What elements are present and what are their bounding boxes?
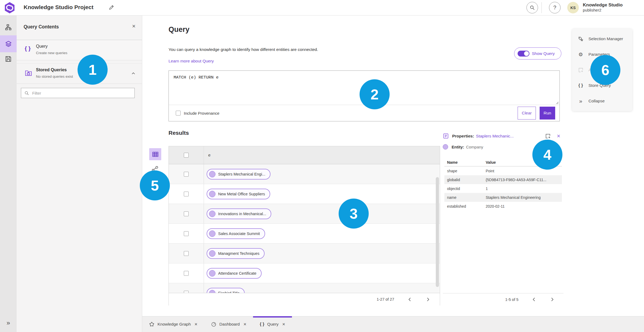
properties-header: Properties: Staplers Mechanic... ×: [443, 133, 564, 139]
close-tab-icon[interactable]: ×: [282, 322, 285, 327]
previous-page-icon[interactable]: [408, 297, 412, 302]
entity-chip[interactable]: Attendance Certificate: [207, 268, 262, 279]
close-contents-icon[interactable]: ×: [132, 23, 136, 29]
tab-query[interactable]: { } Query ×: [253, 316, 292, 332]
close-properties-icon[interactable]: ×: [557, 133, 560, 139]
table-row: Innovations in Mechanical...: [169, 204, 440, 224]
knowledge-graph-icon: [149, 322, 155, 327]
app-logo-icon[interactable]: [4, 2, 15, 14]
row-checkbox[interactable]: [184, 231, 189, 236]
table-row: Sales Associate Summit: [169, 224, 440, 244]
entity-chip[interactable]: New Metal Office Suppliers: [207, 189, 270, 199]
properties-entity-link[interactable]: Staplers Mechanic...: [476, 134, 514, 139]
query-item-label: Query: [36, 44, 48, 49]
results-title: Results: [169, 130, 189, 136]
filter-field: [21, 88, 135, 98]
include-provenance-checkbox[interactable]: [176, 111, 181, 115]
property-row: objectid 1: [444, 184, 562, 193]
contents-header: Query Contents ×: [17, 15, 142, 40]
tab-knowledge-graph[interactable]: Knowledge Graph ×: [142, 316, 204, 332]
next-page-icon[interactable]: [426, 297, 430, 302]
active-tab-indicator: [253, 316, 292, 318]
previous-page-icon[interactable]: [532, 297, 536, 302]
collapse-icon: »: [577, 98, 584, 104]
search-button[interactable]: [526, 2, 538, 13]
data-model-icon[interactable]: [0, 24, 17, 31]
add-to-new-icon[interactable]: [545, 133, 551, 139]
contents-item-query[interactable]: { } Query Create new queries: [17, 40, 142, 60]
entity-dot-icon: [443, 144, 448, 150]
row-checkbox[interactable]: [184, 192, 189, 196]
layers-icon[interactable]: [0, 40, 17, 47]
user-org: Knowledge Studio: [583, 2, 623, 8]
search-icon: [24, 91, 29, 95]
results-page-count: 1-27 of 27: [377, 297, 394, 301]
tab-label: Query: [267, 322, 279, 327]
row-checkbox[interactable]: [184, 251, 189, 256]
entity-chip[interactable]: Sales Associate Summit: [207, 228, 265, 239]
table-view-button[interactable]: [149, 148, 161, 160]
callout-3: 3: [339, 199, 369, 229]
entity-dot-icon: [209, 191, 215, 197]
topbar-divider: [541, 2, 542, 13]
name-column-header: Name: [444, 160, 486, 165]
properties-pagination: 1-5 of 5: [443, 293, 564, 305]
row-checkbox[interactable]: [184, 291, 189, 293]
callout-5: 5: [140, 170, 170, 200]
save-icon[interactable]: [0, 55, 17, 62]
stored-queries-folder-icon: [25, 69, 32, 77]
braces-icon: { }: [577, 83, 584, 88]
entity-chip[interactable]: Managment Techniques: [207, 248, 265, 259]
entity-chip[interactable]: Firebird Title: [207, 288, 245, 293]
table-row: Staplers Mechanical Engi...: [169, 164, 440, 184]
help-button[interactable]: ?: [549, 2, 561, 13]
edit-title-icon[interactable]: [108, 5, 114, 10]
query-item-desc: Create new queries: [36, 51, 67, 55]
entity-chip[interactable]: Staplers Mechanical Engi...: [207, 169, 270, 180]
learn-more-link[interactable]: Learn more about Query: [169, 59, 214, 64]
user-menu[interactable]: Knowledge Studio publisher2: [583, 2, 623, 13]
results-table: e Staplers Mechanical Engi... New Metal …: [169, 146, 440, 305]
close-tab-icon[interactable]: ×: [195, 322, 197, 327]
filter-input[interactable]: [32, 91, 134, 96]
clear-button[interactable]: Clear: [518, 107, 536, 120]
entity-dot-icon: [209, 250, 215, 257]
toggle-switch-on[interactable]: [518, 51, 529, 57]
page-title: Query: [169, 25, 189, 34]
run-button[interactable]: Run: [540, 107, 555, 120]
row-checkbox[interactable]: [184, 211, 189, 216]
chevron-up-icon[interactable]: [131, 71, 136, 76]
left-rail: »: [0, 15, 17, 332]
entity-label: Entity:: [452, 145, 464, 149]
editor-footer: Include Provenance Clear Run: [169, 105, 559, 121]
show-query-toggle[interactable]: Show Query: [514, 47, 561, 59]
expand-rail-icon[interactable]: »: [0, 319, 17, 327]
property-row: globalid {5D9B4713-F98D-4A53-A59F-C11...: [444, 175, 562, 184]
entity-dot-icon: [209, 230, 215, 237]
resize-handle-icon[interactable]: [556, 102, 559, 104]
table-row: New Metal Office Suppliers: [169, 184, 440, 204]
braces-icon: { }: [25, 46, 31, 51]
gear-icon: ⚙: [577, 51, 584, 57]
entity-dot-icon: [209, 270, 215, 277]
question-icon: ?: [553, 5, 556, 11]
entity-dot-icon: [209, 290, 215, 293]
property-row: established 2020-02-11: [444, 202, 562, 211]
select-all-checkbox[interactable]: [184, 153, 189, 158]
user-avatar[interactable]: KS: [567, 2, 579, 13]
header-checkbox-cell: [169, 146, 204, 164]
entity-dot-icon: [209, 211, 215, 217]
collapse-item[interactable]: » Collapse: [572, 94, 632, 109]
dashboard-icon: [211, 322, 217, 327]
tab-dashboard[interactable]: Dashboard ×: [204, 316, 253, 332]
scrollbar-thumb[interactable]: [436, 177, 439, 287]
table-row: Attendance Certificate: [169, 263, 440, 283]
selection-manager-item[interactable]: Selection Manager: [572, 31, 632, 46]
show-query-label: Show Query: [532, 51, 555, 56]
row-checkbox[interactable]: [184, 172, 189, 177]
row-checkbox[interactable]: [184, 271, 189, 276]
entity-dot-icon: [209, 171, 215, 177]
entity-chip[interactable]: Innovations in Mechanical...: [207, 208, 271, 219]
close-tab-icon[interactable]: ×: [243, 322, 246, 327]
next-page-icon[interactable]: [550, 297, 554, 302]
